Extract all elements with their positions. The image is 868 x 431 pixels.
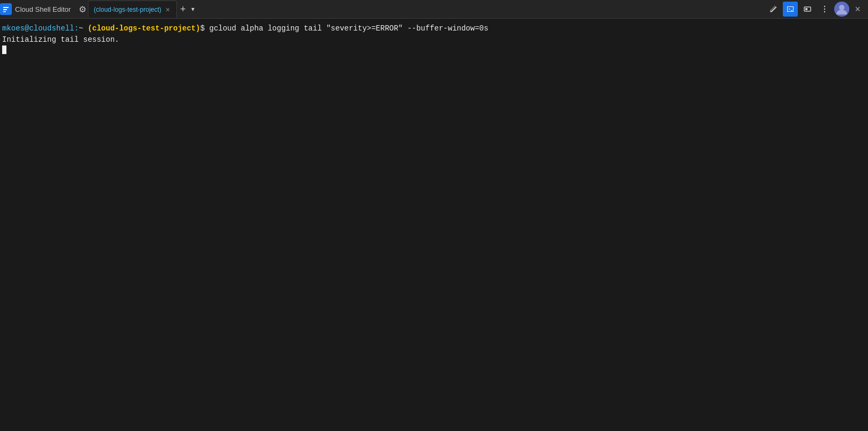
- tab-label: (cloud-logs-test-project): [94, 6, 161, 13]
- terminal-icon-button[interactable]: [783, 2, 798, 17]
- terminal-cursor: [2, 46, 6, 54]
- tab-close-button[interactable]: ×: [164, 5, 171, 14]
- svg-rect-0: [3, 7, 9, 8]
- window-close-button[interactable]: ×: [851, 2, 864, 17]
- settings-icon[interactable]: ⚙: [77, 3, 88, 16]
- svg-point-5: [824, 6, 825, 7]
- prompt-project: (cloud-logs-test-project): [88, 23, 200, 34]
- app-logo-icon: [0, 3, 12, 15]
- svg-rect-1: [3, 9, 7, 10]
- app-header: Cloud Shell Editor ⚙ (cloud-logs-test-pr…: [0, 0, 868, 19]
- terminal-tab[interactable]: (cloud-logs-test-project) ×: [88, 1, 177, 18]
- svg-point-9: [839, 5, 844, 10]
- svg-rect-4: [805, 8, 807, 10]
- svg-point-6: [824, 9, 825, 10]
- app-title: Cloud Shell Editor: [15, 5, 71, 13]
- preview-icon-button[interactable]: [800, 2, 815, 17]
- prompt-tilde: ~: [79, 23, 83, 34]
- app-logo: Cloud Shell Editor: [0, 3, 71, 15]
- prompt-space: [83, 23, 87, 34]
- terminal-command-line: mkoes@cloudshell:~ (cloud-logs-test-proj…: [2, 23, 866, 34]
- terminal-command: gcloud alpha logging tail "severity>=ERR…: [205, 23, 488, 34]
- prompt-user: mkoes@cloudshell:: [2, 23, 79, 34]
- header-right-actions: ×: [761, 2, 868, 17]
- pencil-icon-button[interactable]: [766, 2, 781, 17]
- terminal-cursor-line: [2, 46, 866, 54]
- add-tab-button[interactable]: +: [177, 3, 189, 15]
- svg-point-7: [824, 11, 825, 12]
- svg-rect-2: [3, 11, 6, 12]
- tab-dropdown-button[interactable]: ▾: [189, 4, 197, 14]
- user-avatar[interactable]: [834, 2, 849, 17]
- terminal-area[interactable]: mkoes@cloudshell:~ (cloud-logs-test-proj…: [0, 19, 868, 431]
- prompt-dollar: $: [200, 23, 205, 34]
- more-options-button[interactable]: [817, 2, 832, 17]
- terminal-output-line1: Initializing tail session.: [2, 34, 866, 46]
